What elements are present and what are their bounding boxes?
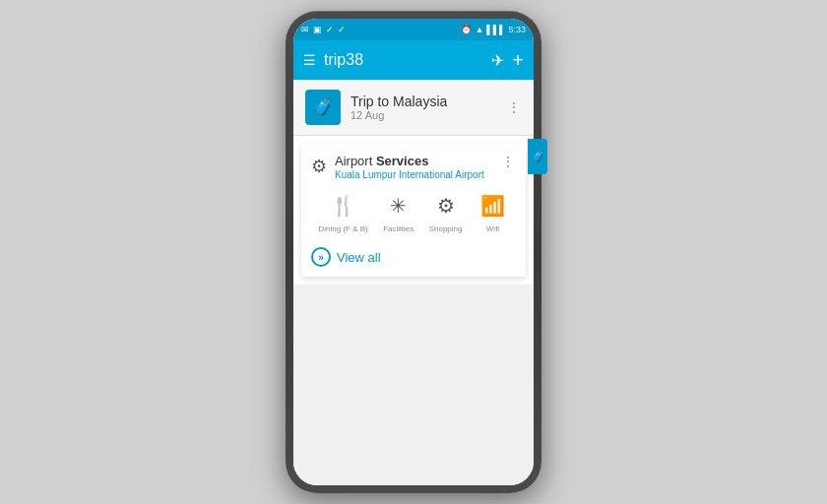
check-icon: ✓ [326, 25, 334, 34]
trip-more-icon[interactable]: ⋮ [507, 99, 522, 115]
view-all-row[interactable]: » View all [311, 243, 516, 267]
app-title: trip38 [324, 51, 363, 69]
facilities-icon: ✳ [383, 190, 414, 221]
service-dining[interactable]: 🍴 Dining (F & B) [318, 190, 367, 233]
time-display: 5:33 [508, 25, 526, 34]
trip-title: Trip to Malaysia [350, 94, 447, 109]
signal-icon: ▌▌▌ [486, 25, 505, 34]
phone-screen: ✉ ▣ ✓ ✓ ⏰ ▲ ▌▌▌ 5:33 ☰ trip38 [293, 19, 534, 485]
services-card: ⚙ Airport Services Kuala Lumpur Internat… [301, 144, 526, 277]
trip-card-right: ⋮ [507, 99, 522, 115]
add-icon[interactable]: + [512, 49, 524, 72]
scene: ✉ ▣ ✓ ✓ ⏰ ▲ ▌▌▌ 5:33 ☰ trip38 [0, 0, 827, 504]
services-icons-row: 🍴 Dining (F & B) ✳ Facilities ⚙ Shopping… [311, 190, 516, 233]
luggage-icon: 🧳 [305, 90, 341, 125]
services-subtitle: Kuala Lumpur International Airport [335, 169, 484, 180]
bottom-content-area [293, 284, 534, 485]
dining-icon: 🍴 [328, 190, 359, 221]
services-header-left: ⚙ Airport Services Kuala Lumpur Internat… [311, 154, 484, 180]
phone-shell: ✉ ▣ ✓ ✓ ⏰ ▲ ▌▌▌ 5:33 ☰ trip38 [286, 11, 541, 493]
services-more-icon[interactable]: ⋮ [501, 154, 516, 169]
dining-label: Dining (F & B) [318, 224, 367, 233]
image-icon: ▣ [313, 25, 322, 34]
service-facilities[interactable]: ✳ Facilities [383, 190, 414, 233]
wifi-service-icon: 📶 [477, 190, 508, 221]
services-info: Airport Services Kuala Lumpur Internatio… [335, 154, 484, 180]
app-bar-right: ✈ + [491, 49, 524, 72]
view-all-icon: » [311, 247, 331, 267]
status-bar: ✉ ▣ ✓ ✓ ⏰ ▲ ▌▌▌ 5:33 [293, 19, 534, 40]
app-bar-left: ☰ trip38 [303, 51, 363, 69]
service-wifi[interactable]: 📶 Wifi [477, 190, 508, 233]
trip-date: 12 Aug [350, 109, 447, 121]
services-title: Airport Services [335, 154, 484, 168]
wifi-icon: ▲ [475, 25, 483, 34]
hamburger-icon[interactable]: ☰ [303, 53, 316, 67]
facilities-label: Facilities [383, 224, 414, 233]
side-luggage-tab[interactable]: 🧳 [528, 139, 547, 174]
flight-icon[interactable]: ✈ [491, 51, 504, 70]
alarm-icon: ⏰ [461, 25, 472, 34]
wifi-label: Wifi [486, 224, 499, 233]
email-icon: ✉ [301, 25, 309, 34]
view-all-label: View all [337, 250, 381, 265]
shopping-label: Shopping [429, 224, 463, 233]
trip-card-left: 🧳 Trip to Malaysia 12 Aug [305, 90, 447, 125]
services-header: ⚙ Airport Services Kuala Lumpur Internat… [311, 154, 516, 180]
status-bar-left: ✉ ▣ ✓ ✓ [301, 25, 346, 34]
shopping-icon: ⚙ [430, 190, 462, 221]
service-shopping[interactable]: ⚙ Shopping [429, 190, 463, 233]
status-bar-right: ⏰ ▲ ▌▌▌ 5:33 [461, 25, 526, 34]
airport-services-icon: ⚙ [311, 156, 327, 177]
tick-icon: ✓ [338, 25, 346, 34]
trip-card[interactable]: 🧳 Trip to Malaysia 12 Aug ⋮ [293, 80, 534, 136]
trip-info: Trip to Malaysia 12 Aug [350, 94, 447, 121]
app-bar: ☰ trip38 ✈ + [293, 40, 534, 80]
